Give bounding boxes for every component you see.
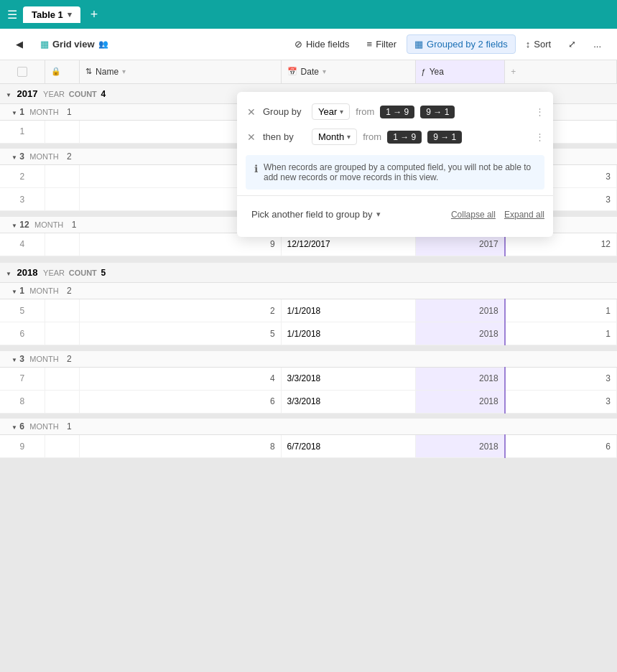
sort-button[interactable]: ↕ Sort — [519, 35, 558, 53]
divider — [237, 195, 553, 196]
grid-view-button[interactable]: ▦ Grid view 👥 — [33, 35, 116, 53]
collapse-all-button[interactable]: Collapse all — [451, 210, 496, 220]
extra-cell: 1 — [505, 322, 617, 345]
remove-then-by-button[interactable]: ✕ — [246, 130, 257, 144]
row-num: 9 — [0, 435, 45, 458]
top-bar: ☰ Table 1 ▾ + — [0, 0, 617, 29]
collapse-2017-icon[interactable] — [6, 90, 11, 98]
collapse-2018-icon[interactable] — [6, 269, 11, 277]
more-icon: ... — [593, 39, 601, 50]
checkbox-header[interactable] — [0, 60, 45, 83]
extra-cell: 6 — [505, 435, 617, 458]
month-3-label: 3 — [19, 151, 24, 162]
row-lock — [45, 367, 79, 390]
name-header[interactable]: ⇅ Name ▾ — [80, 60, 281, 83]
year-header[interactable]: ƒ Yea — [415, 60, 505, 83]
grid-view-icon: ▦ — [40, 39, 49, 50]
month-group-2018-6[interactable]: 6 MONTH 1 — [0, 419, 617, 435]
lock-icon: 🔒 — [51, 67, 61, 76]
date-cell: 3/3/2018 — [281, 390, 415, 413]
row-num: 2 — [0, 165, 45, 188]
table-caret: ▾ — [68, 10, 72, 19]
year-cell: 2018 — [415, 390, 505, 413]
row-num: 1 — [0, 120, 45, 143]
expand-all-button[interactable]: Expand all — [504, 210, 544, 220]
row-lock — [45, 390, 79, 413]
collapse-month-icon[interactable] — [11, 424, 17, 431]
month-2018-1-count: 2 — [67, 286, 72, 296]
sort-asc-pill-2[interactable]: 1 → 9 — [387, 131, 422, 144]
table-tab[interactable]: Table 1 ▾ — [23, 6, 80, 23]
share-button[interactable]: ⤢ — [561, 35, 583, 53]
filter-icon: ≡ — [367, 39, 373, 50]
group-by-button[interactable]: ▦ Grouped by 2 fields — [407, 34, 516, 54]
group-spacer — [0, 345, 617, 351]
add-group-label: Pick another field to group by — [251, 209, 372, 220]
table-row: 8 6 3/3/2018 2018 3 — [0, 390, 617, 413]
month-field-select[interactable]: Month ▾ — [312, 129, 357, 145]
month-1-count: 1 — [67, 107, 72, 117]
row-num: 6 — [0, 322, 45, 345]
month-2018-3-count: 2 — [67, 354, 72, 364]
row-num: 3 — [0, 188, 45, 211]
name-cell[interactable]: 6 — [80, 390, 281, 413]
name-cell[interactable]: 8 — [80, 435, 281, 458]
date-caret: ▾ — [323, 67, 326, 75]
eye-icon: ⊘ — [294, 39, 302, 50]
view-people-icon: 👥 — [98, 39, 108, 49]
row-lock — [45, 322, 79, 345]
expand-view-button[interactable]: ◀ — [9, 35, 30, 53]
sort-desc-pill-2[interactable]: 9 → 1 — [427, 131, 462, 144]
toolbar: ◀ ▦ Grid view 👥 ⊘ Hide fields ≡ Filter ▦… — [0, 29, 617, 60]
year-field-select[interactable]: Year ▾ — [312, 103, 350, 120]
name-cell[interactable]: 4 — [80, 367, 281, 390]
hide-fields-button[interactable]: ⊘ Hide fields — [287, 35, 357, 53]
table-row: 5 2 1/1/2018 2018 1 — [0, 299, 617, 322]
date-cell: 3/3/2018 — [281, 367, 415, 390]
add-group-button[interactable]: Pick another field to group by ▾ — [246, 206, 386, 223]
date-cell: 6/7/2018 — [281, 435, 415, 458]
filter-button[interactable]: ≡ Filter — [360, 35, 404, 53]
add-group-caret: ▾ — [376, 210, 381, 219]
name-cell[interactable]: 2 — [80, 299, 281, 322]
then-by-row: ✕ then by Month ▾ from 1 → 9 9 → 1 ⋮ — [237, 124, 553, 149]
menu-icon[interactable]: ☰ — [7, 8, 17, 22]
then-by-more-button[interactable]: ⋮ — [535, 131, 544, 142]
month-2018-6-count: 1 — [67, 421, 72, 431]
date-header[interactable]: 📅 Date ▾ — [281, 60, 415, 83]
remove-group-by-button[interactable]: ✕ — [246, 105, 257, 119]
collapse-month-icon[interactable] — [11, 223, 17, 229]
row-lock — [45, 120, 79, 143]
add-col-icon[interactable]: + — [511, 67, 516, 77]
collapse-month-icon[interactable] — [11, 289, 17, 295]
sort-desc-pill-1[interactable]: 9 → 1 — [420, 106, 455, 118]
sort-asc-pill-1[interactable]: 1 → 9 — [380, 106, 414, 118]
month-field-label: Month — [318, 131, 344, 142]
row-lock — [45, 188, 79, 211]
month-2018-6-label: 6 — [19, 421, 24, 431]
count-value-2017: 4 — [101, 89, 106, 99]
grid-header: 🔒 ⇅ Name ▾ 📅 Date ▾ — [0, 60, 617, 83]
name-cell[interactable]: 5 — [80, 322, 281, 345]
collapse-month-icon[interactable] — [11, 110, 17, 116]
expand-icon: ◀ — [16, 39, 23, 50]
year-badge-2017: YEAR — [43, 90, 65, 98]
year-2017-label: 2017 — [17, 88, 38, 99]
group-by-more-button[interactable]: ⋮ — [535, 106, 544, 117]
date-cell: 1/1/2018 — [281, 299, 415, 322]
count-label-2018: COUNT — [69, 269, 97, 277]
month-2018-3-label: 3 — [19, 354, 24, 364]
month-12-count: 1 — [72, 220, 77, 230]
from-label-2: from — [363, 131, 381, 142]
year-2018-label: 2018 — [17, 267, 38, 278]
year-group-2018[interactable]: 2018 YEAR COUNT 5 — [0, 263, 617, 283]
month-group-2018-3[interactable]: 3 MONTH 2 — [0, 351, 617, 368]
add-table-button[interactable]: + — [86, 6, 103, 24]
collapse-month-icon[interactable] — [11, 154, 17, 161]
month-group-2018-1[interactable]: 1 MONTH 2 — [0, 283, 617, 299]
year-cell: 2018 — [415, 322, 505, 345]
collapse-month-icon[interactable] — [11, 357, 17, 363]
group-spacer — [0, 413, 617, 419]
more-button[interactable]: ... — [586, 35, 608, 53]
extra-header[interactable]: + — [505, 60, 617, 83]
